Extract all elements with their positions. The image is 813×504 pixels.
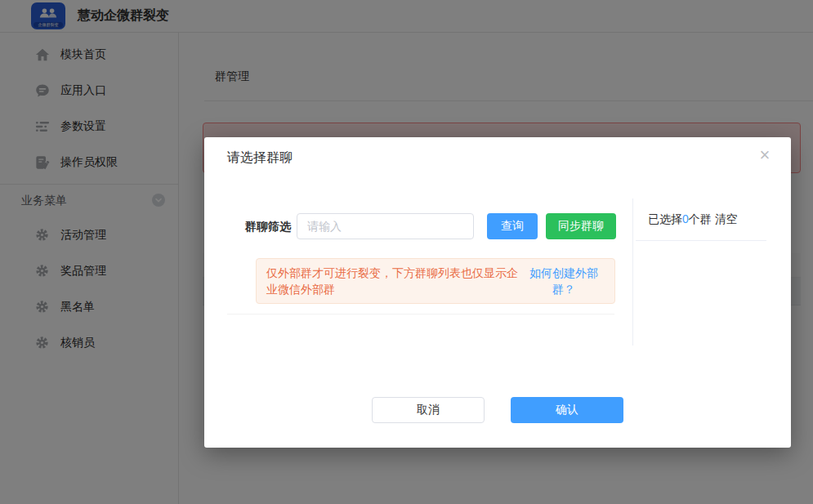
group-filter-input[interactable] [297,213,474,239]
group-list-divider [227,314,614,314]
selected-summary: 已选择0个群清空 [648,212,738,227]
filter-label: 群聊筛选 [245,213,291,239]
selected-count: 0 [682,212,689,225]
external-group-warning: 仅外部群才可进行裂变，下方群聊列表也仅显示企业微信外部群 如何创建外部群？ [256,258,615,304]
confirm-button[interactable]: 确认 [511,397,623,423]
selected-suffix: 个群 [689,212,712,225]
clear-selection-button[interactable]: 清空 [715,212,738,225]
warning-text: 仅外部群才可进行裂变，下方群聊列表也仅显示企业微信外部群 [266,265,523,297]
cancel-button[interactable]: 取消 [372,397,485,423]
select-group-modal: 请选择群聊 × 群聊筛选 查询 同步群聊 仅外部群才可进行裂变，下方群聊列表也仅… [204,137,791,448]
search-button[interactable]: 查询 [487,213,538,239]
selected-prefix: 已选择 [648,212,682,225]
selected-panel-divider [636,240,766,241]
how-to-create-external-group-link[interactable]: 如何创建外部群？ [523,265,605,297]
close-icon[interactable]: × [753,144,776,167]
sync-groups-button[interactable]: 同步群聊 [546,213,616,239]
panel-vertical-divider [632,198,633,346]
modal-title: 请选择群聊 [227,149,293,167]
